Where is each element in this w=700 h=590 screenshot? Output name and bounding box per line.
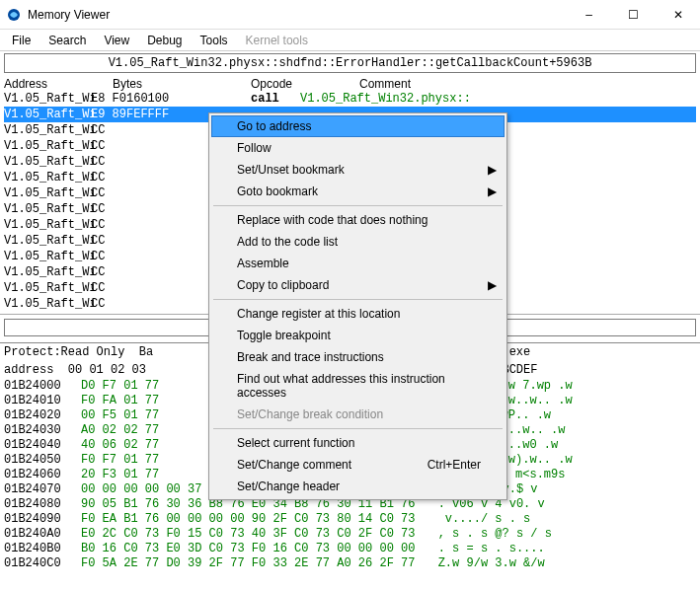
menu-kernel[interactable]: Kernel tools [238,32,316,49]
chevron-right-icon: ▶ [488,184,497,198]
menu-file[interactable]: File [4,32,39,49]
menu-debug[interactable]: Debug [139,32,190,49]
app-icon [6,7,22,23]
col-opcode[interactable]: Opcode [251,77,359,91]
ctx-goto-address[interactable]: Go to address [211,115,505,137]
separator [213,205,503,206]
separator [213,299,503,300]
chevron-right-icon: ▶ [488,163,497,177]
col-bytes[interactable]: Bytes [113,77,251,91]
ctx-break-trace[interactable]: Break and trace instructions [211,346,505,368]
ctx-goto-bookmark[interactable]: Goto bookmark▶ [211,181,505,202]
ctx-replace-nop[interactable]: Replace with code that does nothing [211,209,505,231]
hex-row[interactable]: 01B240B0B0 16 C0 73 E0 3D C0 73 F0 16 C0… [4,542,696,556]
disasm-header: Address Bytes Opcode Comment [0,75,700,91]
window-title: Memory Viewer [28,8,110,22]
minimize-button[interactable]: – [567,0,611,30]
menubar: File Search View Debug Tools Kernel tool… [0,30,700,51]
ctx-copy[interactable]: Copy to clipboard▶ [211,274,505,296]
hex-row[interactable]: 01B24090F0 EA B1 76 00 00 00 00 90 2F C0… [4,512,696,527]
menu-tools[interactable]: Tools [193,32,236,49]
ctx-select-function[interactable]: Select current function [211,432,505,454]
ctx-break-condition: Set/Change break condition [211,404,505,425]
shortcut-label: Ctrl+Enter [428,458,481,472]
address-bar[interactable]: V1.05_Raft_Win32.physx::shdfnd::ErrorHan… [4,53,696,73]
separator [213,428,503,429]
ctx-set-header[interactable]: Set/Change header [211,476,505,497]
ctx-change-register[interactable]: Change register at this location [211,303,505,325]
hex-row[interactable]: 01B240C0F0 5A 2E 77 D0 39 2F 77 F0 33 2E… [4,556,696,571]
ctx-assemble[interactable]: Assemble [211,253,505,274]
ctx-follow[interactable]: Follow [211,137,505,159]
ctx-set-bookmark[interactable]: Set/Unset bookmark▶ [211,159,505,181]
disasm-row[interactable]: V1.05_Raft_WiE8 F0160100callV1.05_Raft_W… [4,91,696,107]
maximize-button[interactable]: ☐ [611,0,656,30]
menu-search[interactable]: Search [40,32,94,49]
ctx-toggle-breakpoint[interactable]: Toggle breakpoint [211,325,505,346]
ctx-add-codelist[interactable]: Add to the code list [211,231,505,253]
context-menu: Go to address Follow Set/Unset bookmark▶… [208,112,507,500]
col-comment[interactable]: Comment [359,77,696,91]
hex-row[interactable]: 01B240A0E0 2C C0 73 F0 15 C0 73 40 3F C0… [4,527,696,542]
close-button[interactable]: ✕ [656,0,700,30]
ctx-findout[interactable]: Find out what addresses this instruction… [211,368,505,404]
chevron-right-icon: ▶ [488,278,497,292]
titlebar: Memory Viewer – ☐ ✕ [0,0,700,30]
menu-view[interactable]: View [96,32,137,49]
col-address[interactable]: Address [4,77,113,91]
ctx-set-comment[interactable]: Set/Change commentCtrl+Enter [211,454,505,476]
